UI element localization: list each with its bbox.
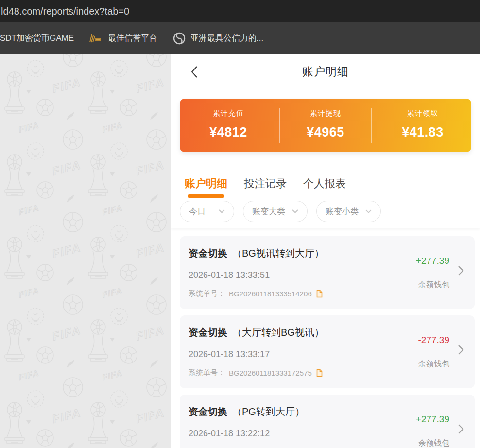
- chevron-down-icon: [219, 209, 225, 213]
- tab-bet-records[interactable]: 投注记录: [244, 168, 287, 198]
- chevron-down-icon: [292, 209, 298, 213]
- summary-value: ¥4965: [307, 125, 344, 140]
- active-tab-underline: [188, 194, 224, 198]
- bookmark-best-reputation[interactable]: 最佳信誉平台: [88, 33, 157, 44]
- filter-category-major-dropdown[interactable]: 账变大类: [243, 201, 308, 222]
- transaction-order-row: 系统单号：BG202601181333172575: [189, 368, 392, 378]
- transaction-type: 资金切换: [189, 248, 227, 258]
- summary-label: 累计领取: [407, 109, 438, 118]
- order-number: BG202601181333172575: [229, 369, 312, 377]
- summary-total-deposit: 累计充值 ¥4812: [180, 99, 277, 152]
- page-content: FIFA FIFA: [0, 54, 480, 448]
- transaction-list: 资金切换（BG视讯转到大厅） 2026-01-18 13:33:51 系统单号：…: [171, 228, 480, 448]
- filter-label: 账变小类: [326, 206, 359, 217]
- transaction-item[interactable]: 资金切换（PG转到大厅） 2026-01-18 13:22:12 系统单号：PG…: [180, 395, 475, 448]
- bookmark-label: SDT加密货币GAME: [0, 33, 74, 44]
- transaction-title-row: 资金切换（PG转到大厅）: [189, 405, 392, 418]
- transaction-datetime: 2026-01-18 13:33:51: [189, 270, 392, 280]
- summary-value: ¥4812: [209, 125, 247, 140]
- chevron-right-icon[interactable]: [458, 424, 464, 434]
- transaction-wallet: 余额钱包: [418, 359, 449, 369]
- copy-icon[interactable]: [316, 369, 323, 377]
- transaction-item[interactable]: 资金切换（BG视讯转到大厅） 2026-01-18 13:33:51 系统单号：…: [180, 236, 475, 309]
- summary-value: ¥41.83: [402, 125, 444, 140]
- chevron-down-icon: [365, 209, 372, 213]
- transaction-wallet: 余额钱包: [418, 438, 449, 448]
- bookmark-sdt-game[interactable]: SDT加密货币GAME: [0, 33, 74, 44]
- chevron-left-icon: [190, 66, 198, 78]
- transaction-amount: +277.39: [416, 256, 449, 266]
- page-title: 账户明细: [302, 64, 349, 79]
- bookmark-asia-credibility[interactable]: 亚洲最具公信力的...: [173, 32, 263, 45]
- transaction-subtitle: （PG转到大厅）: [232, 406, 305, 417]
- summary-total-claimed: 累计领取 ¥41.83: [374, 99, 471, 152]
- summary-total-withdraw: 累计提现 ¥4965: [277, 99, 374, 152]
- transaction-order-row: 系统单号：BG202601181333514206: [189, 289, 392, 298]
- filter-category-minor-dropdown[interactable]: 账变小类: [316, 201, 381, 222]
- transaction-type: 资金切换: [189, 406, 227, 417]
- url-text[interactable]: ld48.com/reports/index?tab=0: [0, 6, 129, 17]
- summary-section: 累计充值 ¥4812 累计提现 ¥4965 累计领取 ¥41.83: [171, 89, 480, 152]
- transaction-amount: -277.39: [418, 335, 449, 345]
- summary-label: 累计提现: [310, 109, 341, 118]
- order-label: 系统单号：: [189, 289, 225, 298]
- transaction-datetime: 2026-01-18 13:22:12: [189, 429, 392, 439]
- order-label: 系统单号：: [189, 368, 225, 378]
- tab-personal-report[interactable]: 个人报表: [303, 168, 346, 198]
- transaction-subtitle: （BG视讯转到大厅）: [232, 248, 324, 258]
- globe-icon: [173, 32, 186, 45]
- bookmark-label: 亚洲最具公信力的...: [190, 33, 263, 44]
- filter-date-dropdown[interactable]: 今日: [180, 201, 234, 222]
- filter-label: 今日: [189, 206, 206, 217]
- tabs-row: 账户明细 投注记录 个人报表: [171, 168, 480, 198]
- filter-label: 账变大类: [252, 206, 285, 217]
- bookmark-label: 最佳信誉平台: [108, 33, 157, 44]
- filters-row: 今日 账变大类 账变小类: [171, 198, 480, 228]
- fifa-watermark-pattern: FIFA FIFA: [0, 54, 171, 448]
- tab-label: 账户明细: [185, 177, 227, 190]
- transaction-amount: +277.39: [416, 414, 449, 425]
- bookmarks-bar: SDT加密货币GAME 最佳信誉平台 亚洲最具公信力的...: [0, 22, 480, 54]
- tab-account-detail[interactable]: 账户明细: [185, 168, 227, 198]
- summary-label: 累计充值: [213, 109, 244, 118]
- tab-label: 个人报表: [303, 177, 346, 190]
- transaction-type: 资金切换: [189, 327, 227, 338]
- gold-logo-icon: [88, 33, 103, 44]
- transaction-title-row: 资金切换（BG视讯转到大厅）: [189, 247, 392, 260]
- account-detail-panel: 账户明细 累计充值 ¥4812 累计提现 ¥4965 累计领取 ¥41.83: [171, 54, 480, 448]
- summary-divider: [371, 108, 372, 143]
- summary-divider: [279, 108, 280, 143]
- chevron-right-icon[interactable]: [458, 345, 464, 355]
- summary-card: 累计充值 ¥4812 累计提现 ¥4965 累计领取 ¥41.83: [180, 99, 471, 152]
- tab-label: 投注记录: [244, 177, 287, 190]
- transaction-item[interactable]: 资金切换（大厅转到BG视讯） 2026-01-18 13:33:17 系统单号：…: [180, 315, 475, 388]
- order-number: BG202601181333514206: [229, 290, 312, 298]
- transaction-subtitle: （大厅转到BG视讯）: [232, 327, 324, 338]
- chevron-right-icon[interactable]: [458, 265, 464, 276]
- copy-icon[interactable]: [316, 290, 323, 298]
- fifa-watermark-background: FIFA FIFA: [0, 54, 171, 448]
- browser-address-bar[interactable]: ld48.com/reports/index?tab=0: [0, 0, 480, 22]
- page-header: 账户明细: [171, 54, 480, 89]
- back-button[interactable]: [189, 66, 200, 78]
- transaction-datetime: 2026-01-18 13:33:17: [189, 349, 392, 360]
- transaction-wallet: 余额钱包: [418, 280, 449, 290]
- transaction-title-row: 资金切换（大厅转到BG视讯）: [189, 326, 392, 339]
